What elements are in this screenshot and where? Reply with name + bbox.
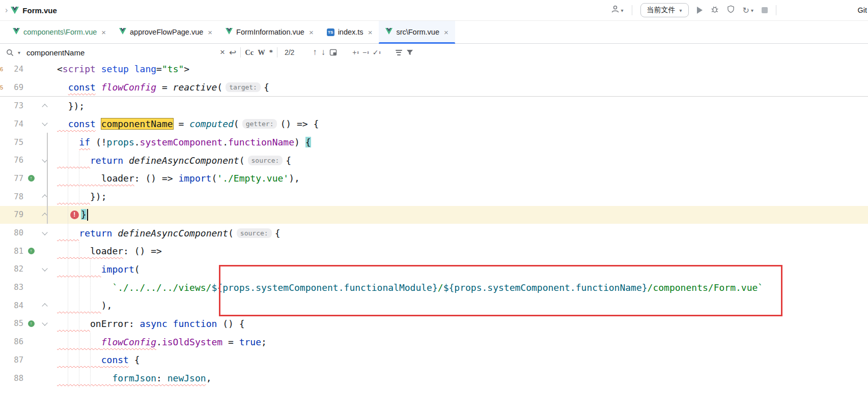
editor[interactable]: 624<script setup lang="ts">569 const flo… bbox=[0, 60, 868, 417]
code-line-75[interactable]: 75 if (!props.systemComponent.functionNa… bbox=[0, 133, 868, 152]
line-number[interactable]: 80 bbox=[6, 228, 23, 237]
code-line-79[interactable]: 79 !} bbox=[0, 206, 868, 224]
fold-down-icon[interactable] bbox=[42, 229, 47, 235]
tab-components-form-vue[interactable]: components\Form.vue × bbox=[6, 21, 113, 43]
code-text[interactable]: const flowConfig = reactive(target:{ bbox=[57, 82, 868, 93]
editor-body[interactable]: 73 });74 const componentName = computed(… bbox=[0, 97, 868, 387]
close-icon[interactable]: × bbox=[444, 28, 449, 37]
run-button[interactable] bbox=[697, 7, 703, 14]
code-line-87[interactable]: 87 const { bbox=[0, 351, 868, 369]
line-number[interactable]: 87 bbox=[6, 355, 23, 365]
line-number[interactable]: 82 bbox=[6, 264, 23, 274]
line-number[interactable]: 24 bbox=[6, 65, 23, 74]
code-text[interactable]: const { bbox=[57, 354, 868, 365]
line-number[interactable]: 85 bbox=[6, 319, 23, 328]
run-config-selector[interactable]: 当前文件 ▾ bbox=[640, 3, 689, 17]
regex-toggle[interactable]: * bbox=[269, 48, 273, 57]
code-line-24[interactable]: 624<script setup lang="ts"> bbox=[0, 60, 868, 78]
git-widget-label[interactable]: Git bbox=[857, 0, 867, 20]
newline-icon[interactable]: ↩ bbox=[229, 47, 236, 58]
clear-search-icon[interactable]: × bbox=[220, 47, 225, 57]
close-icon[interactable]: × bbox=[101, 28, 106, 37]
fold-up-icon[interactable] bbox=[42, 194, 47, 200]
code-line-69[interactable]: 569 const flowConfig = reactive(target:{ bbox=[0, 78, 868, 97]
code-text[interactable]: onError: async function () { bbox=[57, 318, 868, 329]
code-with-me-button[interactable]: ▾ bbox=[611, 5, 624, 15]
line-number[interactable]: 75 bbox=[6, 138, 23, 147]
code-text[interactable]: if (!props.systemComponent.functionName)… bbox=[57, 137, 868, 147]
code-line-78[interactable]: 78 }); bbox=[0, 188, 868, 206]
debug-button[interactable] bbox=[711, 5, 719, 15]
code-text[interactable]: `./../../../views/${props.systemComponen… bbox=[57, 282, 868, 293]
tab-approveflowpage-vue[interactable]: approveFlowPage.vue × bbox=[113, 21, 219, 43]
code-text[interactable]: flowConfig.isOldSystem = true; bbox=[57, 337, 868, 347]
code-line-83[interactable]: 83 `./../../../views/${props.systemCompo… bbox=[0, 278, 868, 296]
line-number[interactable]: 78 bbox=[6, 192, 23, 201]
code-text[interactable]: const componentName = computed(getter:()… bbox=[57, 118, 868, 129]
close-icon[interactable]: × bbox=[309, 28, 314, 37]
add-selection-icon[interactable]: +ΙΙ bbox=[352, 48, 358, 56]
code-text[interactable]: loader: () => bbox=[57, 246, 868, 256]
filter-icon[interactable] bbox=[406, 49, 413, 56]
code-line-73[interactable]: 73 }); bbox=[0, 97, 868, 115]
line-number[interactable]: 88 bbox=[6, 374, 23, 383]
fold-down-icon[interactable] bbox=[42, 157, 47, 162]
line-number[interactable]: 77 bbox=[6, 174, 23, 183]
line-number[interactable]: 79 bbox=[6, 210, 23, 219]
line-number[interactable]: 73 bbox=[6, 101, 23, 110]
navigate-gutter-icon[interactable]: ↑ bbox=[28, 248, 35, 254]
open-in-find-window-icon[interactable] bbox=[329, 49, 337, 56]
code-line-81[interactable]: 81↑ loader: () => bbox=[0, 242, 868, 260]
tab-index-ts[interactable]: TS index.ts × bbox=[320, 21, 379, 43]
next-occurrence-button[interactable]: ↓ bbox=[321, 47, 326, 57]
line-number[interactable]: 86 bbox=[6, 337, 23, 346]
match-case-toggle[interactable]: Cc bbox=[245, 48, 254, 57]
line-number[interactable]: 74 bbox=[6, 120, 23, 129]
line-number[interactable]: 76 bbox=[6, 156, 23, 165]
code-line-80[interactable]: 80 return defineAsyncComponent(source:{ bbox=[0, 224, 868, 242]
code-text[interactable]: formJson: newJson, bbox=[57, 373, 868, 383]
tab-forminformation-vue[interactable]: FormInformation.vue × bbox=[219, 21, 320, 43]
code-line-85[interactable]: 85↑ onError: async function () { bbox=[0, 315, 868, 333]
coverage-button[interactable] bbox=[727, 5, 735, 15]
code-line-82[interactable]: 82 import( bbox=[0, 260, 868, 279]
tab-src-form-vue[interactable]: src\Form.vue × bbox=[379, 21, 455, 43]
line-number[interactable]: 83 bbox=[6, 283, 23, 292]
code-text[interactable]: return defineAsyncComponent(source:{ bbox=[57, 155, 868, 166]
code-text[interactable]: import( bbox=[57, 264, 868, 275]
code-line-84[interactable]: 84 ), bbox=[0, 296, 868, 315]
fold-up-icon[interactable] bbox=[42, 213, 47, 218]
code-text[interactable]: }); bbox=[57, 101, 868, 111]
code-line-74[interactable]: 74 const componentName = computed(getter… bbox=[0, 115, 868, 133]
restart-button[interactable]: ↻ ▾ bbox=[743, 6, 753, 15]
search-history-chevron-icon[interactable]: ▾ bbox=[18, 50, 20, 55]
fold-down-icon[interactable] bbox=[42, 265, 47, 271]
close-icon[interactable]: × bbox=[208, 28, 212, 37]
code-text[interactable]: !} bbox=[57, 209, 868, 221]
fold-up-icon[interactable] bbox=[42, 104, 47, 109]
remove-selection-icon[interactable]: −ΙΙ bbox=[362, 48, 369, 56]
close-icon[interactable]: × bbox=[368, 28, 373, 37]
stop-button[interactable] bbox=[762, 7, 768, 13]
fold-down-icon[interactable] bbox=[42, 121, 47, 126]
line-number[interactable]: 84 bbox=[6, 301, 23, 310]
code-text[interactable]: <script setup lang="ts"> bbox=[57, 64, 868, 74]
code-line-86[interactable]: 86 flowConfig.isOldSystem = true; bbox=[0, 333, 868, 351]
code-line-88[interactable]: 88 formJson: newJson, bbox=[0, 369, 868, 388]
code-text[interactable]: return defineAsyncComponent(source:{ bbox=[57, 228, 868, 239]
filter-lines-icon[interactable] bbox=[396, 50, 402, 55]
code-line-77[interactable]: 77↑ loader: () => import('./Empty.vue'), bbox=[0, 169, 868, 188]
navigate-gutter-icon[interactable]: ↑ bbox=[28, 320, 35, 327]
line-number[interactable]: 81 bbox=[6, 247, 23, 256]
code-text[interactable]: ), bbox=[57, 300, 868, 311]
whole-words-toggle[interactable]: W bbox=[258, 48, 265, 57]
previous-occurrence-button[interactable]: ↑ bbox=[313, 47, 317, 57]
code-line-76[interactable]: 76 return defineAsyncComponent(source:{ bbox=[0, 151, 868, 169]
fold-up-icon[interactable] bbox=[42, 304, 47, 309]
code-text[interactable]: }); bbox=[57, 191, 868, 202]
line-number[interactable]: 69 bbox=[6, 83, 23, 92]
select-all-occurrences-icon[interactable]: ✓ΙΙ bbox=[373, 48, 380, 56]
search-input[interactable] bbox=[25, 48, 216, 57]
navigate-gutter-icon[interactable]: ↑ bbox=[28, 175, 35, 182]
search-icon[interactable] bbox=[6, 49, 14, 56]
